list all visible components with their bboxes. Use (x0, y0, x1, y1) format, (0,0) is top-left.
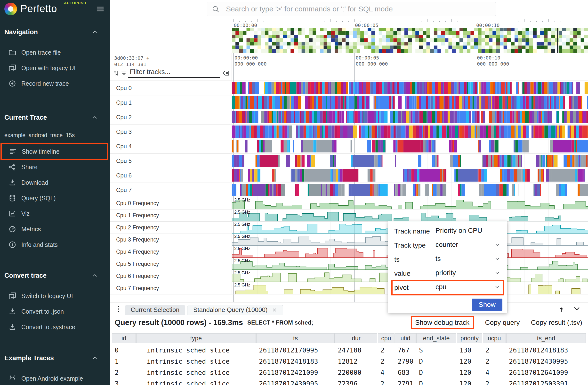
track-canvas[interactable] (232, 154, 588, 168)
track-title: Cpu 3 Frequency (110, 234, 232, 246)
sidebar-item-open-android-example[interactable]: Open Android example (0, 371, 110, 385)
axis-time-label: 00:00:05000 000 000 (356, 55, 388, 67)
track-canvas[interactable] (232, 110, 588, 124)
sidebar-item-share[interactable]: Share (0, 159, 110, 175)
expand-panel-icon[interactable] (557, 304, 566, 313)
column-header-end-state[interactable]: end_state (416, 333, 456, 343)
sidebar-item-open-with-legacy-ui[interactable]: Open with legacy UI (0, 60, 110, 76)
sidebar-item-metrics[interactable]: Metrics (0, 221, 110, 237)
sidebar-item-open-trace-file[interactable]: Open trace file (0, 45, 110, 60)
track-title: Cpu 0 Frequency (110, 197, 232, 209)
table-cell: __intrinsic_sched_slice (136, 358, 256, 365)
section-navigation: Navigation Open trace file Open with leg… (0, 27, 110, 91)
section-header-convert-trace[interactable]: Convert trace (0, 270, 110, 281)
sidebar-item-convert-to-systrace[interactable]: Convert to .systrace (0, 319, 110, 335)
column-header-type[interactable]: type (136, 333, 256, 343)
column-header-utid[interactable]: utid (395, 333, 416, 343)
show-button[interactable]: Show (472, 299, 503, 311)
track-cpu-1-frequency[interactable]: Cpu 1 Frequency 2.5 GHz (110, 209, 588, 222)
track-canvas[interactable]: 2.5 GHz (232, 197, 588, 209)
table-row[interactable]: 3__intrinsic_sched_slice2611870124309957… (112, 378, 588, 385)
track-canvas[interactable] (232, 183, 588, 197)
folder-icon (8, 48, 17, 57)
list-filter-icon[interactable] (121, 70, 127, 77)
value-select[interactable]: priority (435, 269, 501, 278)
track-cpu-1[interactable]: Cpu 1 (110, 95, 588, 110)
sidebar-item-viz[interactable]: Viz (0, 206, 110, 221)
track-type-select[interactable]: counter (435, 241, 501, 250)
track-canvas[interactable] (232, 125, 588, 139)
section-header-example-traces[interactable]: Example Traces (0, 353, 110, 363)
action-show-debug-track[interactable]: Show debug track (411, 316, 474, 329)
search-input[interactable]: Search or type '>' for commands or ':' f… (207, 2, 496, 16)
sidebar-item-info-and-stats[interactable]: Info and stats (0, 237, 110, 252)
section-header-navigation[interactable]: Navigation (0, 27, 110, 37)
track-canvas[interactable] (232, 95, 588, 110)
sidebar-item-convert-to-json[interactable]: Convert to .json (0, 304, 110, 319)
table-cell: 767 (395, 346, 416, 354)
track-cpu-2[interactable]: Cpu 2 (110, 110, 588, 125)
track-cpu-0-frequency[interactable]: Cpu 0 Frequency 2.5 GHz (110, 197, 588, 209)
offset-line-2: 012 114 381 (114, 61, 146, 67)
action-copy-query[interactable]: Copy query (485, 319, 520, 326)
sort-icon[interactable] (113, 70, 120, 77)
filter-tracks-input[interactable]: Filter tracks... (128, 68, 220, 78)
track-cpu-7[interactable]: Cpu 7 (110, 183, 588, 197)
chevron-down-icon (494, 284, 501, 290)
pivot-select[interactable]: cpu (435, 283, 501, 292)
track-cpu-4-frequency[interactable]: Cpu 4 Frequency 2.5 GHz (110, 246, 588, 258)
table-cell: 120 (457, 380, 483, 385)
track-cpu-5[interactable]: Cpu 5 (110, 154, 588, 168)
tab-standalone-query-10000[interactable]: Standalone Query (10000) (187, 305, 283, 315)
menu-icon[interactable] (96, 4, 105, 14)
sidebar-header: Perfetto AUTOPUSH (0, 0, 110, 18)
table-cell: 261187012418183 (506, 346, 586, 354)
collapse-panel-icon[interactable] (572, 304, 581, 313)
database-icon (8, 194, 17, 202)
table-cell: 4 (378, 369, 395, 376)
tab-current-selection[interactable]: Current Selection (125, 305, 185, 315)
track-canvas[interactable] (232, 81, 588, 95)
download-icon (8, 323, 17, 331)
popup-actions: Show (393, 299, 503, 311)
ts-select[interactable]: ts (435, 255, 501, 264)
table-cell: __intrinsic_sched_slice (136, 369, 256, 376)
column-header-ts[interactable]: ts (256, 333, 335, 343)
overflow-menu-icon[interactable] (115, 305, 123, 313)
column-header-ucpu[interactable]: ucpu (483, 333, 506, 343)
counter-max-label: 2.5 GHz (234, 271, 250, 275)
track-cpu-7-frequency[interactable]: Cpu 7 Frequency 2.5 GHz (110, 282, 588, 294)
sidebar-item-query-sql[interactable]: Query (SQL) (0, 190, 110, 206)
field-label: value (394, 270, 435, 277)
section-header-current-trace[interactable]: Current Trace (0, 112, 110, 123)
overview-minimap[interactable]: 00:00:0000:00:0500:00:10 (232, 22, 588, 53)
column-header-id[interactable]: id (112, 333, 136, 343)
sidebar-item-record-new-trace[interactable]: Record new trace (0, 76, 110, 91)
track-canvas[interactable] (232, 139, 588, 153)
track-cpu-3[interactable]: Cpu 3 (110, 125, 588, 139)
track-canvas[interactable]: 2.5 GHz (232, 209, 588, 221)
track-cpu-2-frequency[interactable]: Cpu 2 Frequency 2.5 GHz (110, 222, 588, 234)
table-row[interactable]: 1__intrinsic_sched_slice2611870124181831… (112, 356, 588, 367)
sidebar-item-show-timeline[interactable]: Show timeline (0, 143, 108, 160)
track-name-input[interactable]: Priority on CPU (435, 227, 501, 236)
table-row[interactable]: 2__intrinsic_sched_slice2611870124210992… (112, 367, 588, 378)
clear-filter-icon[interactable] (222, 69, 230, 77)
sidebar-item-switch-to-legacy-ui[interactable]: Switch to legacy UI (0, 288, 110, 304)
download-icon (8, 179, 17, 187)
sidebar-item-download[interactable]: Download (0, 175, 110, 190)
column-header-priority[interactable]: priority (457, 333, 482, 343)
column-header-ts-end[interactable]: ts_end (506, 333, 586, 343)
action-copy-result-tsv[interactable]: Copy result (.tsv) (531, 319, 582, 326)
track-cpu-4[interactable]: Cpu 4 (110, 139, 588, 154)
track-cpu-3-frequency[interactable]: Cpu 3 Frequency 2.5 GHz (110, 234, 588, 246)
track-cpu-6-frequency[interactable]: Cpu 6 Frequency 2.5 GHz (110, 270, 588, 282)
table-row[interactable]: 0__intrinsic_sched_slice2611870121709952… (112, 344, 588, 356)
track-cpu-6[interactable]: Cpu 6 (110, 168, 588, 183)
column-header-dur[interactable]: dur (335, 333, 377, 343)
track-cpu-5-frequency[interactable]: Cpu 5 Frequency 2.5 GHz (110, 258, 588, 270)
track-cpu-0[interactable]: Cpu 0 (110, 81, 588, 95)
table-cell: 220000 (335, 369, 378, 376)
column-header-cpu[interactable]: cpu (378, 333, 395, 343)
track-canvas[interactable] (232, 168, 588, 182)
